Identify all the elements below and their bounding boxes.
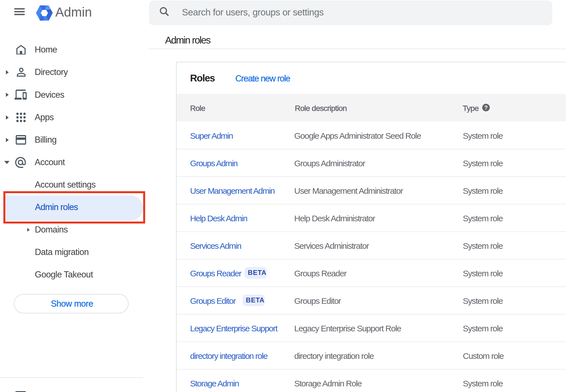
svg-text:?: ? xyxy=(484,104,488,111)
